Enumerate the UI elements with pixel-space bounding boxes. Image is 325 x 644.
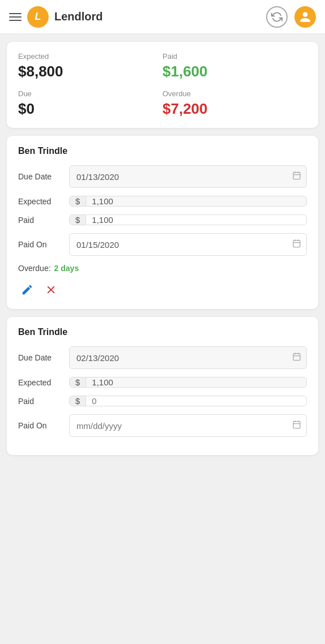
summary-paid: Paid $1,600 bbox=[162, 52, 307, 80]
overdue-value: $7,200 bbox=[162, 100, 307, 118]
card-1-due-date-row: Due Date bbox=[18, 165, 307, 188]
card-2-expected-row: Expected $ bbox=[18, 377, 307, 388]
paid-label: Paid bbox=[162, 52, 307, 61]
paid-on-label-2: Paid On bbox=[18, 421, 69, 430]
card-2-paid-row: Paid $ bbox=[18, 396, 307, 406]
overdue-days-1: 2 days bbox=[54, 264, 79, 273]
delete-icon-1 bbox=[45, 284, 57, 296]
expected-value: $8,800 bbox=[18, 63, 162, 80]
card-2-paid-on-row: Paid On bbox=[18, 414, 307, 437]
due-date-label-2: Due Date bbox=[18, 353, 69, 362]
paid-input-1[interactable] bbox=[86, 215, 306, 225]
delete-button-1[interactable] bbox=[42, 281, 60, 299]
hamburger-menu[interactable] bbox=[9, 13, 22, 21]
summary-expected: Expected $8,800 bbox=[18, 52, 162, 80]
edit-icon-1 bbox=[21, 284, 33, 296]
due-label: Due bbox=[18, 89, 162, 98]
overdue-text-1: Overdue: bbox=[18, 264, 51, 273]
expected-input-wrap-1: $ bbox=[69, 196, 307, 207]
due-date-input-2[interactable] bbox=[69, 346, 307, 369]
header-right bbox=[266, 6, 316, 28]
expected-input-1[interactable] bbox=[86, 196, 306, 206]
summary-overdue: Overdue $7,200 bbox=[162, 89, 307, 118]
expected-label: Expected bbox=[18, 52, 162, 61]
summary-grid: Expected $8,800 Paid $1,600 Due $0 Overd… bbox=[18, 52, 307, 118]
paid-label-1: Paid bbox=[18, 216, 69, 225]
user-icon bbox=[299, 11, 311, 23]
card-1-actions bbox=[18, 281, 307, 299]
payment-card-1: Ben Trindle Due Date Expected $ Paid $ P… bbox=[7, 136, 318, 309]
sync-icon bbox=[271, 11, 283, 23]
expected-label-2: Expected bbox=[18, 378, 69, 387]
dollar-prefix-2: $ bbox=[70, 377, 86, 387]
edit-button-1[interactable] bbox=[18, 281, 36, 299]
card-1-overdue-row: Overdue: 2 days bbox=[18, 264, 307, 273]
card-2-due-date-row: Due Date bbox=[18, 346, 307, 369]
summary-card: Expected $8,800 Paid $1,600 Due $0 Overd… bbox=[7, 42, 318, 128]
paid-on-input-2[interactable] bbox=[69, 414, 307, 437]
card-1-title: Ben Trindle bbox=[18, 146, 307, 156]
expected-input-2[interactable] bbox=[86, 377, 306, 387]
due-date-input-1[interactable] bbox=[69, 165, 307, 188]
paid-input-2[interactable] bbox=[86, 396, 306, 406]
dollar-prefix-paid-1: $ bbox=[70, 215, 86, 225]
expected-label-1: Expected bbox=[18, 197, 69, 206]
card-1-paid-row: Paid $ bbox=[18, 214, 307, 225]
paid-on-input-wrap-1 bbox=[69, 233, 307, 256]
payment-card-2: Ben Trindle Due Date Expected $ Paid $ P… bbox=[7, 317, 318, 455]
card-1-expected-row: Expected $ bbox=[18, 196, 307, 207]
paid-input-wrap-1: $ bbox=[69, 214, 307, 225]
dollar-prefix-1: $ bbox=[70, 196, 86, 206]
app-header: L Lendlord bbox=[0, 0, 325, 34]
due-date-label-1: Due Date bbox=[18, 172, 69, 181]
paid-on-input-1[interactable] bbox=[69, 233, 307, 256]
paid-on-label-1: Paid On bbox=[18, 240, 69, 249]
due-value: $0 bbox=[18, 100, 162, 118]
sync-button[interactable] bbox=[266, 6, 288, 28]
card-2-title: Ben Trindle bbox=[18, 327, 307, 337]
expected-input-wrap-2: $ bbox=[69, 377, 307, 388]
user-avatar[interactable] bbox=[294, 6, 316, 28]
paid-on-input-wrap-2 bbox=[69, 414, 307, 437]
dollar-prefix-paid-2: $ bbox=[70, 396, 86, 406]
due-date-input-wrap-2 bbox=[69, 346, 307, 369]
card-1-paid-on-row: Paid On bbox=[18, 233, 307, 256]
paid-value: $1,600 bbox=[162, 63, 307, 80]
summary-due: Due $0 bbox=[18, 89, 162, 118]
header-left: L Lendlord bbox=[9, 6, 103, 28]
brand-name: Lendlord bbox=[54, 10, 103, 23]
paid-label-2: Paid bbox=[18, 397, 69, 406]
due-date-input-wrap-1 bbox=[69, 165, 307, 188]
overdue-label: Overdue bbox=[162, 89, 307, 98]
brand-logo: L bbox=[27, 6, 49, 28]
paid-input-wrap-2: $ bbox=[69, 396, 307, 406]
